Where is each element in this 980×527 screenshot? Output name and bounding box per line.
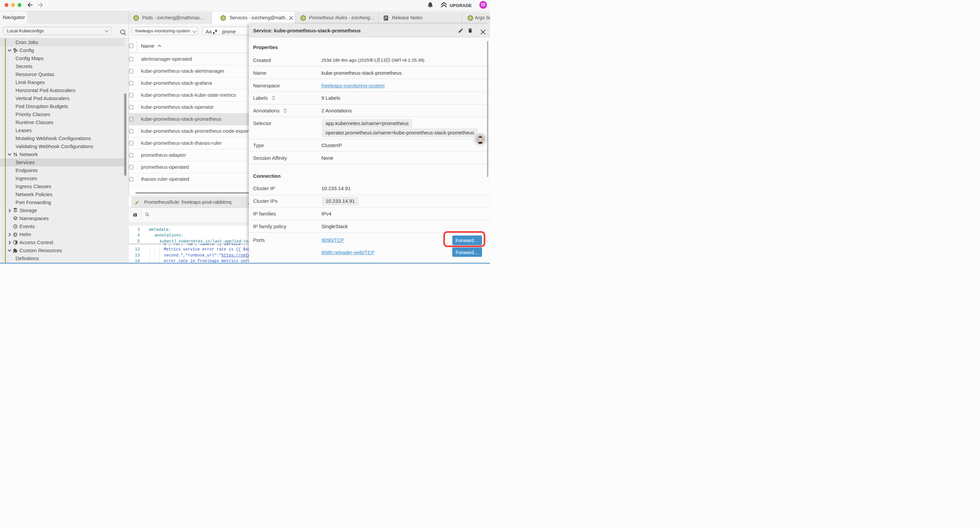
svg-text:HELM: HELM — [13, 234, 18, 236]
